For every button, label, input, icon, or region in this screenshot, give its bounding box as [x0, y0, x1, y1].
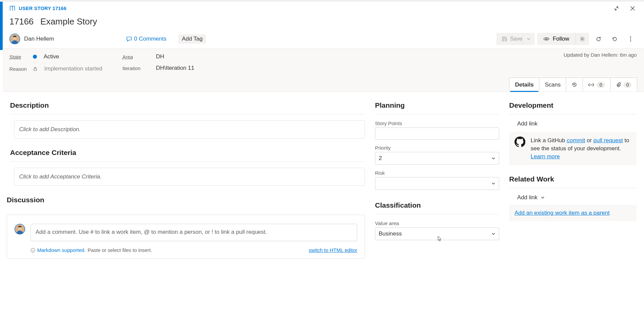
- add-parent-link[interactable]: Add an existing work item as a parent: [509, 205, 637, 221]
- classification-header: Classification: [375, 201, 499, 209]
- work-item-type-header: USER STORY 17166: [19, 6, 66, 11]
- svg-point-3: [582, 38, 583, 40]
- planning-header: Planning: [375, 101, 499, 109]
- chevron-down-icon: [491, 232, 495, 236]
- reason-label: Reason: [9, 66, 33, 72]
- development-add-link[interactable]: Add link: [509, 120, 637, 127]
- state-dot-icon: [33, 55, 37, 59]
- tab-history[interactable]: [566, 78, 583, 92]
- accent-bar: [0, 2, 3, 50]
- restore-window-icon[interactable]: [612, 4, 621, 13]
- comment-input[interactable]: Add a comment. Use # to link a work item…: [31, 224, 357, 241]
- history-icon: [572, 82, 577, 88]
- assigned-to[interactable]: Dan Hellem: [24, 36, 54, 42]
- comments-link[interactable]: 0 Comments: [126, 36, 166, 42]
- follow-settings-icon[interactable]: [575, 33, 589, 45]
- acceptance-input[interactable]: Click to add Acceptance Criteria.: [14, 168, 365, 186]
- value-area-label: Value area: [375, 220, 499, 226]
- area-value[interactable]: DH: [156, 53, 164, 60]
- more-actions-icon[interactable]: [624, 33, 637, 45]
- github-pr-link[interactable]: pull request: [593, 137, 623, 144]
- svg-point-6: [630, 41, 631, 42]
- paste-hint: Paste or select files to insert.: [88, 247, 152, 253]
- tab-links[interactable]: 0: [583, 78, 610, 92]
- work-item-id: 17166: [9, 16, 34, 27]
- tab-details[interactable]: Details: [509, 78, 539, 92]
- attachment-icon: [616, 82, 621, 88]
- risk-select[interactable]: [375, 177, 499, 190]
- svg-point-4: [630, 37, 631, 38]
- story-points-label: Story Points: [375, 120, 499, 126]
- priority-select[interactable]: 2: [375, 152, 499, 165]
- save-dropdown-icon[interactable]: [522, 33, 535, 45]
- comments-count: 0 Comments: [134, 36, 166, 42]
- updated-by-text: Updated by Dan Hellem: 6m ago: [564, 52, 637, 58]
- chevron-down-icon: [491, 156, 495, 160]
- tab-scans[interactable]: Scans: [539, 78, 566, 92]
- info-icon: [31, 248, 35, 253]
- priority-label: Priority: [375, 145, 499, 151]
- lock-icon: [33, 66, 38, 71]
- related-work-header: Related Work: [509, 175, 637, 183]
- chevron-down-icon: [541, 196, 545, 200]
- iteration-value[interactable]: DH\Iteration 11: [156, 65, 194, 71]
- iteration-label: Iteration: [122, 65, 156, 71]
- discussion-header: Discussion: [7, 196, 365, 204]
- github-icon: [515, 137, 525, 147]
- attachments-count-badge: 0: [624, 82, 632, 88]
- links-count-badge: 0: [597, 82, 605, 88]
- value-area-select[interactable]: Business: [375, 227, 499, 240]
- undo-icon[interactable]: [608, 33, 621, 45]
- story-points-input[interactable]: [375, 127, 499, 140]
- description-header: Description: [10, 101, 365, 109]
- github-help-text: Link a GitHub commit or pull request to …: [531, 137, 631, 160]
- close-icon[interactable]: [628, 4, 637, 13]
- work-item-title[interactable]: Example Story: [40, 16, 97, 27]
- svg-point-2: [545, 38, 547, 40]
- development-header: Development: [509, 101, 637, 109]
- state-value[interactable]: Active: [44, 53, 59, 60]
- area-label: Area: [122, 54, 156, 60]
- description-input[interactable]: Click to add Description.: [14, 120, 365, 139]
- markdown-supported-link[interactable]: Markdown supported.: [37, 247, 86, 253]
- acceptance-header: Acceptance Criteria: [10, 149, 365, 157]
- user-story-icon: [9, 5, 15, 11]
- avatar: [14, 224, 25, 234]
- risk-label: Risk: [375, 170, 499, 176]
- reason-value[interactable]: Implementation started: [44, 65, 102, 72]
- tab-attachments[interactable]: 0: [610, 78, 637, 92]
- link-icon: [588, 83, 594, 87]
- svg-rect-7: [34, 68, 37, 70]
- chevron-down-icon: [491, 181, 495, 186]
- github-learn-more-link[interactable]: Learn more: [531, 153, 560, 160]
- related-add-link-dropdown[interactable]: Add link: [509, 194, 637, 201]
- follow-button[interactable]: Follow: [537, 33, 575, 45]
- add-tag-button[interactable]: Add Tag: [178, 34, 206, 44]
- avatar[interactable]: [9, 34, 20, 44]
- svg-point-5: [630, 39, 631, 40]
- state-label: State: [9, 54, 33, 60]
- switch-html-editor-link[interactable]: switch to HTML editor: [309, 247, 358, 253]
- github-commit-link[interactable]: commit: [567, 137, 585, 144]
- save-button[interactable]: Save: [496, 33, 522, 45]
- refresh-icon[interactable]: [592, 33, 605, 45]
